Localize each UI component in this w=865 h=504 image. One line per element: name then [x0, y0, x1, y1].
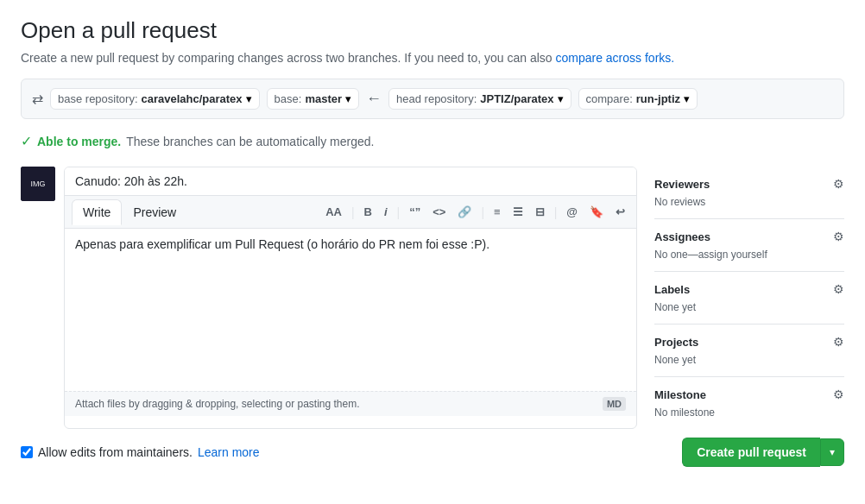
subtitle-text: Create a new pull request by comparing c… — [21, 51, 552, 65]
base-label: base: — [275, 92, 302, 105]
sidebar-section-header-projects: Projects ⚙ — [654, 335, 844, 349]
quote-icon[interactable]: “” — [405, 204, 425, 220]
milestone-value: No milestone — [654, 406, 844, 419]
compare-value: run-jptiz — [636, 92, 680, 105]
chevron-down-icon: ▾ — [684, 92, 690, 105]
sidebar-section-labels: Labels ⚙ None yet — [654, 272, 844, 324]
left-panel: IMG Write Preview AA | B i | — [21, 167, 637, 429]
tab-write[interactable]: Write — [72, 199, 122, 225]
create-pull-request-button[interactable]: Create pull request — [682, 438, 820, 467]
chevron-down-icon: ▾ — [246, 92, 252, 105]
editor-area: Write Preview AA | B i | “” <> 🔗 | ≡ ☰ — [64, 167, 637, 429]
compare-branch-select[interactable]: compare: run-jptiz ▾ — [578, 88, 698, 110]
italic-icon[interactable]: i — [380, 204, 392, 220]
allow-edits-label: Allow edits from maintainers. — [38, 445, 193, 459]
ordered-list-icon[interactable]: ☰ — [508, 204, 527, 220]
right-panel: Reviewers ⚙ No reviews Assignees ⚙ No on… — [654, 167, 844, 429]
tab-preview[interactable]: Preview — [122, 199, 187, 225]
projects-gear-icon[interactable]: ⚙ — [833, 335, 844, 349]
page-subtitle: Create a new pull request by comparing c… — [21, 51, 844, 65]
base-repo-value: caravelahc/paratex — [142, 92, 243, 105]
svg-text:IMG: IMG — [31, 180, 46, 188]
main-content: IMG Write Preview AA | B i | — [21, 167, 844, 429]
allow-edits-checkbox[interactable] — [21, 446, 33, 458]
mention-icon[interactable]: @ — [562, 204, 582, 220]
avatar: IMG — [21, 167, 55, 201]
merge-bold-text: Able to merge. — [37, 135, 121, 148]
unordered-list-icon[interactable]: ≡ — [489, 204, 505, 220]
attach-text: Attach files by dragging & dropping, sel… — [75, 398, 360, 410]
chevron-down-icon: ▾ — [558, 92, 564, 105]
base-repo-label: base repository: — [58, 92, 138, 105]
compare-label: compare: — [586, 92, 633, 105]
bold-icon[interactable]: B — [360, 204, 376, 220]
head-repo-label: head repository: — [396, 92, 477, 105]
text-size-icon[interactable]: AA — [321, 204, 346, 220]
dropdown-arrow-icon: ▾ — [830, 446, 835, 458]
projects-value: None yet — [654, 354, 844, 366]
head-repo-value: JPTIZ/paratex — [480, 92, 553, 105]
labels-value: None yet — [654, 301, 844, 313]
reply-icon[interactable]: ↩ — [611, 204, 629, 220]
reviewers-title: Reviewers — [654, 178, 710, 191]
bookmark-icon[interactable]: 🔖 — [585, 204, 608, 220]
sidebar-section-assignees: Assignees ⚙ No one—assign yourself — [654, 219, 844, 272]
task-list-icon[interactable]: ⊟ — [531, 204, 549, 220]
base-repo-select[interactable]: base repository: caravelahc/paratex ▾ — [50, 88, 260, 110]
merge-sub-text: These branches can be automatically merg… — [126, 135, 374, 148]
milestone-title: Milestone — [654, 388, 706, 401]
sidebar-section-header-labels: Labels ⚙ — [654, 282, 844, 296]
compare-forks-link[interactable]: compare across forks. — [555, 51, 674, 65]
sync-icon: ⇄ — [32, 91, 43, 107]
reviewers-gear-icon[interactable]: ⚙ — [833, 177, 844, 191]
sidebar-section-header-assignees: Assignees ⚙ — [654, 230, 844, 243]
assignees-title: Assignees — [654, 230, 710, 243]
footer-bar: Allow edits from maintainers. Learn more… — [21, 438, 844, 467]
branch-bar: ⇄ base repository: caravelahc/paratex ▾ … — [21, 79, 844, 119]
page-title: Open a pull request — [21, 17, 844, 44]
assignees-gear-icon[interactable]: ⚙ — [833, 230, 844, 243]
arrow-icon: ← — [366, 90, 382, 108]
base-value: master — [305, 92, 342, 105]
pr-body-textarea[interactable]: Apenas para exemplificar um Pull Request… — [65, 229, 636, 388]
sidebar-section-milestone: Milestone ⚙ No milestone — [654, 377, 844, 429]
pr-title-input[interactable] — [65, 167, 636, 196]
projects-title: Projects — [654, 336, 698, 349]
sidebar-section-projects: Projects ⚙ None yet — [654, 324, 844, 377]
reviewers-value: No reviews — [654, 196, 844, 208]
base-branch-select[interactable]: base: master ▾ — [267, 88, 359, 110]
submit-group: Create pull request ▾ — [682, 438, 844, 467]
merge-status: ✓ Able to merge. These branches can be a… — [21, 129, 844, 153]
allow-edits-container: Allow edits from maintainers. Learn more — [21, 445, 260, 459]
tabs-toolbar: Write Preview AA | B i | “” <> 🔗 | ≡ ☰ — [65, 196, 636, 229]
attach-bar: Attach files by dragging & dropping, sel… — [65, 391, 636, 416]
sidebar-section-header-milestone: Milestone ⚙ — [654, 387, 844, 401]
labels-gear-icon[interactable]: ⚙ — [833, 282, 844, 296]
labels-title: Labels — [654, 283, 690, 296]
check-icon: ✓ — [21, 133, 32, 149]
markdown-badge: MD — [603, 397, 626, 411]
sidebar-section-header-reviewers: Reviewers ⚙ — [654, 177, 844, 191]
assignees-value: No one—assign yourself — [654, 249, 844, 261]
link-icon[interactable]: 🔗 — [453, 204, 476, 220]
create-pr-dropdown-button[interactable]: ▾ — [820, 438, 844, 466]
sidebar-section-reviewers: Reviewers ⚙ No reviews — [654, 167, 844, 219]
milestone-gear-icon[interactable]: ⚙ — [833, 387, 844, 401]
toolbar-icons: AA | B i | “” <> 🔗 | ≡ ☰ ⊟ | @ — [321, 204, 629, 220]
head-repo-select[interactable]: head repository: JPTIZ/paratex ▾ — [388, 88, 571, 110]
code-icon[interactable]: <> — [428, 204, 450, 220]
learn-more-link[interactable]: Learn more — [198, 445, 260, 459]
chevron-down-icon: ▾ — [345, 92, 351, 105]
